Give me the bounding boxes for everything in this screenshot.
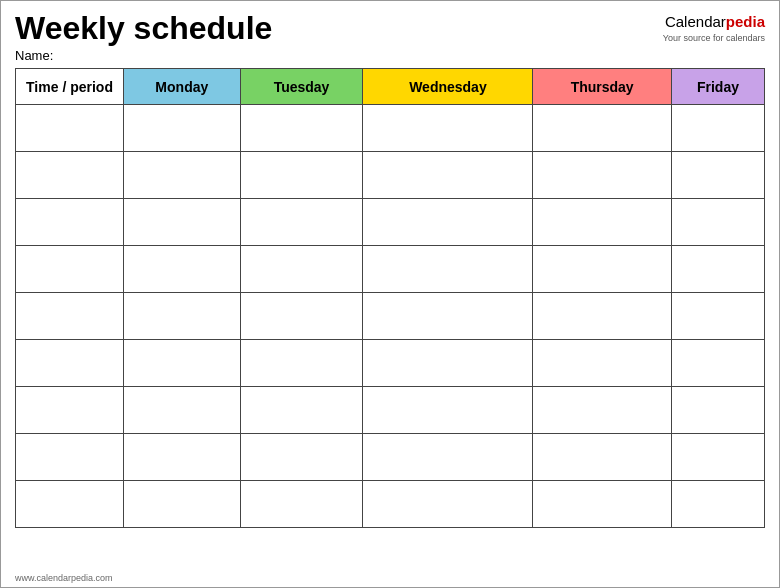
- page-title: Weekly schedule: [15, 11, 272, 46]
- table-cell[interactable]: [533, 481, 672, 528]
- table-cell[interactable]: [533, 199, 672, 246]
- table-row: [16, 199, 765, 246]
- table-cell[interactable]: [240, 152, 363, 199]
- table-cell[interactable]: [363, 152, 533, 199]
- table-cell[interactable]: [240, 434, 363, 481]
- table-cell[interactable]: [533, 387, 672, 434]
- table-cell[interactable]: [16, 246, 124, 293]
- brand-name: Calendarpedia: [663, 11, 765, 32]
- header-tuesday: Tuesday: [240, 69, 363, 105]
- page: Weekly schedule Calendarpedia Your sourc…: [0, 0, 780, 588]
- table-cell[interactable]: [240, 246, 363, 293]
- table-cell[interactable]: [124, 434, 241, 481]
- table-row: [16, 387, 765, 434]
- table-row: [16, 105, 765, 152]
- table-cell[interactable]: [16, 340, 124, 387]
- table-cell[interactable]: [16, 387, 124, 434]
- table-cell[interactable]: [124, 293, 241, 340]
- table-cell[interactable]: [363, 293, 533, 340]
- brand-tagline: Your source for calendars: [663, 32, 765, 45]
- header-monday: Monday: [124, 69, 241, 105]
- schedule-body: [16, 105, 765, 528]
- table-cell[interactable]: [533, 340, 672, 387]
- table-cell[interactable]: [240, 340, 363, 387]
- table-row: [16, 481, 765, 528]
- table-cell[interactable]: [240, 481, 363, 528]
- table-cell[interactable]: [124, 340, 241, 387]
- header-row: Weekly schedule Calendarpedia Your sourc…: [15, 11, 765, 46]
- table-cell[interactable]: [124, 246, 241, 293]
- header-friday: Friday: [671, 69, 764, 105]
- footer-url: www.calendarpedia.com: [15, 573, 113, 583]
- table-cell[interactable]: [671, 434, 764, 481]
- table-cell[interactable]: [363, 481, 533, 528]
- table-cell[interactable]: [240, 105, 363, 152]
- table-row: [16, 152, 765, 199]
- name-row: Name:: [15, 48, 765, 63]
- table-cell[interactable]: [240, 199, 363, 246]
- table-cell[interactable]: [16, 293, 124, 340]
- table-cell[interactable]: [671, 387, 764, 434]
- table-cell[interactable]: [533, 434, 672, 481]
- table-cell[interactable]: [363, 105, 533, 152]
- table-cell[interactable]: [124, 387, 241, 434]
- table-cell[interactable]: [363, 199, 533, 246]
- table-cell[interactable]: [671, 481, 764, 528]
- table-cell[interactable]: [533, 246, 672, 293]
- table-cell[interactable]: [124, 152, 241, 199]
- table-cell[interactable]: [671, 105, 764, 152]
- table-cell[interactable]: [16, 199, 124, 246]
- table-cell[interactable]: [671, 152, 764, 199]
- table-cell[interactable]: [16, 434, 124, 481]
- table-row: [16, 293, 765, 340]
- table-cell[interactable]: [16, 105, 124, 152]
- schedule-table: Time / period Monday Tuesday Wednesday T…: [15, 68, 765, 528]
- table-cell[interactable]: [671, 199, 764, 246]
- table-row: [16, 340, 765, 387]
- table-cell[interactable]: [240, 387, 363, 434]
- header-wednesday: Wednesday: [363, 69, 533, 105]
- table-cell[interactable]: [124, 105, 241, 152]
- header-time: Time / period: [16, 69, 124, 105]
- table-cell[interactable]: [363, 434, 533, 481]
- table-cell[interactable]: [671, 340, 764, 387]
- table-cell[interactable]: [533, 293, 672, 340]
- table-cell[interactable]: [363, 387, 533, 434]
- table-cell[interactable]: [240, 293, 363, 340]
- table-cell[interactable]: [671, 246, 764, 293]
- header-thursday: Thursday: [533, 69, 672, 105]
- table-cell[interactable]: [363, 246, 533, 293]
- table-cell[interactable]: [124, 199, 241, 246]
- table-row: [16, 246, 765, 293]
- table-cell[interactable]: [533, 152, 672, 199]
- table-cell[interactable]: [124, 481, 241, 528]
- table-cell[interactable]: [16, 481, 124, 528]
- table-cell[interactable]: [363, 340, 533, 387]
- brand-bold: pedia: [726, 13, 765, 30]
- header-row-table: Time / period Monday Tuesday Wednesday T…: [16, 69, 765, 105]
- table-cell[interactable]: [16, 152, 124, 199]
- table-row: [16, 434, 765, 481]
- table-cell[interactable]: [671, 293, 764, 340]
- brand: Calendarpedia Your source for calendars: [663, 11, 765, 45]
- name-label: Name:: [15, 48, 53, 63]
- table-cell[interactable]: [533, 105, 672, 152]
